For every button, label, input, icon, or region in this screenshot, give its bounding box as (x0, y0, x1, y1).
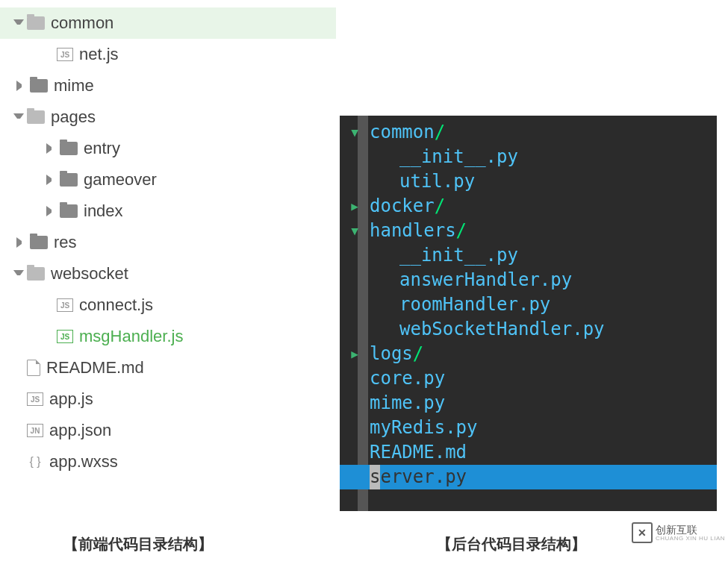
file-icon (27, 360, 40, 376)
tree-item[interactable]: ▼common/ (340, 120, 717, 145)
tree-item[interactable]: ▶util.py (340, 169, 717, 194)
tree-item[interactable]: entry (0, 133, 336, 164)
arrow-placeholder (13, 394, 24, 404)
tree-item[interactable]: ▶server.py (340, 465, 717, 489)
chevron-right-icon[interactable] (46, 175, 57, 185)
chevron-right-icon[interactable] (16, 81, 27, 91)
arrow-placeholder: ▶ (340, 169, 370, 194)
tree-item[interactable]: ▶mime.py (340, 391, 717, 416)
arrow-placeholder: ▶ (340, 317, 370, 342)
js-file-icon: JS (57, 298, 73, 312)
tree-item-label: handlers (370, 219, 456, 243)
tree-item[interactable]: websocket (0, 258, 336, 289)
arrow-placeholder (43, 331, 54, 342)
tree-item-label: gameover (84, 170, 157, 190)
tree-item[interactable]: { }app.wxss (0, 446, 336, 478)
tree-item[interactable]: JSmsgHandler.js (0, 321, 336, 352)
folder-icon (60, 204, 78, 218)
tree-item-label: server.py (370, 465, 467, 489)
tree-item[interactable]: ▶docker/ (340, 194, 717, 219)
json-file-icon: JN (27, 424, 43, 437)
tree-item-label: app.json (49, 421, 111, 440)
arrow-placeholder: ▶ (340, 391, 370, 416)
tree-item[interactable]: JSnet.js (0, 39, 336, 70)
tree-item[interactable]: ▶logs/ (340, 342, 717, 366)
tree-item[interactable]: ▶README.md (340, 440, 717, 465)
tree-item[interactable]: ▶roomHandler.py (340, 292, 717, 317)
folder-icon (30, 236, 48, 249)
arrow-placeholder (13, 457, 24, 467)
tree-item-label: README.md (370, 440, 467, 465)
arrow-placeholder: ▶ (340, 416, 370, 440)
dir-slash: / (435, 194, 445, 219)
tree-item[interactable]: gameover (0, 164, 336, 195)
js-file-icon: JS (57, 48, 73, 61)
tree-item-label: util.py (399, 169, 475, 194)
tree-item[interactable]: mime (0, 70, 336, 101)
js-file-icon: JS (27, 392, 43, 406)
folder-icon (27, 16, 45, 30)
arrow-placeholder: ▶ (340, 465, 370, 489)
watermark-logo-icon: ✕ (632, 522, 653, 543)
arrow-placeholder: ▶ (340, 145, 370, 169)
tree-item-label: mime.py (370, 391, 445, 416)
tree-item[interactable]: JNapp.json (0, 415, 336, 446)
arrow-placeholder: ▶ (340, 440, 370, 465)
tree-item-label: websocket (51, 264, 128, 284)
chevron-down-icon[interactable] (13, 113, 24, 124)
tree-item[interactable]: ▶__init__.py (340, 243, 717, 268)
chevron-down-icon[interactable]: ▼ (340, 120, 370, 145)
tree-item[interactable]: ▶__init__.py (340, 145, 717, 169)
tree-item-label: app.wxss (49, 452, 118, 472)
tree-item-label: core.py (370, 366, 445, 391)
arrow-placeholder: ▶ (340, 268, 370, 292)
chevron-down-icon[interactable] (13, 270, 24, 281)
arrow-placeholder: ▶ (340, 243, 370, 268)
chevron-right-icon[interactable]: ▶ (340, 194, 370, 219)
tree-item[interactable]: ▼handlers/ (340, 219, 717, 243)
arrow-placeholder (43, 49, 54, 60)
watermark: ✕ 创新互联 CHUANG XIN HU LIAN (632, 522, 725, 543)
tree-item[interactable]: JSconnect.js (0, 289, 336, 321)
chevron-down-icon[interactable] (13, 19, 24, 30)
tree-item-label: msgHandler.js (79, 327, 183, 346)
dir-slash: / (413, 342, 423, 366)
folder-icon (27, 110, 45, 124)
chevron-right-icon[interactable] (46, 143, 57, 154)
tree-item[interactable]: README.md (0, 352, 336, 383)
tree-item[interactable]: common (0, 7, 336, 39)
arrow-placeholder (13, 425, 24, 436)
frontend-caption: 【前端代码目录结构】 (63, 534, 213, 554)
tree-item[interactable]: ▶myRedis.py (340, 416, 717, 440)
tree-item-label: docker (370, 194, 435, 219)
tree-item[interactable]: res (0, 227, 336, 258)
chevron-right-icon[interactable]: ▶ (340, 342, 370, 366)
chevron-right-icon[interactable] (46, 206, 57, 216)
tree-item[interactable]: JSapp.js (0, 383, 336, 415)
tree-item-label: common (51, 13, 113, 33)
tree-item[interactable]: ▶webSocketHandler.py (340, 317, 717, 342)
tree-item-label: net.js (79, 45, 119, 64)
tree-item-label: logs (370, 342, 413, 366)
tree-item-label: common (370, 120, 435, 145)
tree-item-label: res (54, 233, 77, 252)
dir-slash: / (456, 219, 467, 243)
js-file-icon: JS (57, 330, 73, 343)
chevron-right-icon[interactable] (16, 237, 27, 248)
tree-item-label: __init__.py (399, 243, 518, 268)
tree-item-label: pages (51, 107, 96, 127)
arrow-placeholder (43, 300, 54, 310)
tree-item[interactable]: pages (0, 101, 336, 133)
chevron-down-icon[interactable]: ▼ (340, 219, 370, 243)
tree-item-label: answerHandler.py (399, 268, 572, 292)
watermark-subtext: CHUANG XIN HU LIAN (656, 535, 725, 542)
arrow-placeholder (13, 363, 24, 373)
frontend-tree: commonJSnet.jsmimepagesentrygameoverinde… (0, 0, 336, 478)
tree-item[interactable]: ▶core.py (340, 366, 717, 391)
tree-item[interactable]: index (0, 195, 336, 227)
wxss-file-icon: { } (27, 455, 43, 469)
folder-icon (60, 173, 78, 187)
watermark-text: 创新互联 (656, 525, 725, 535)
tree-item[interactable]: ▶answerHandler.py (340, 268, 717, 292)
tree-item-label: myRedis.py (370, 416, 478, 440)
